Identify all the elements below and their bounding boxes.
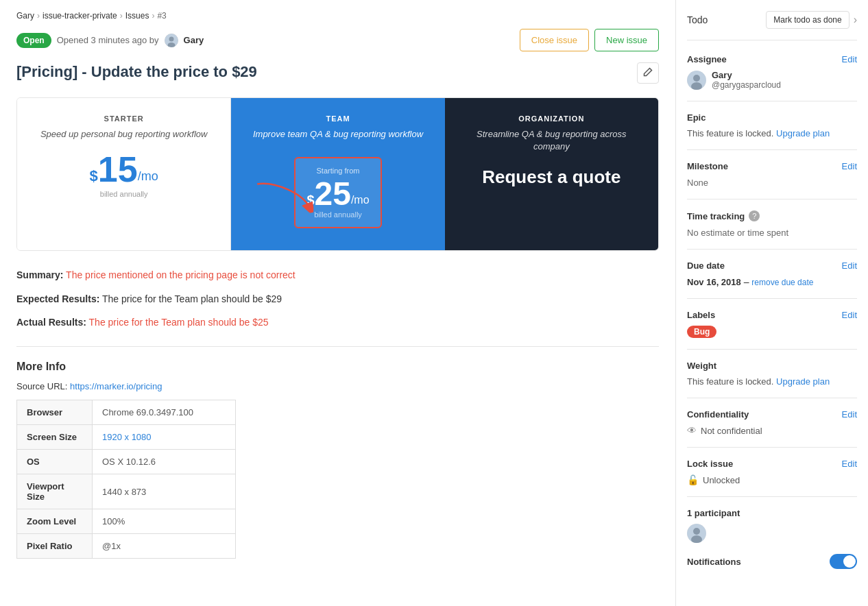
milestone-section: Milestone Edit None xyxy=(687,161,857,199)
table-row: Pixel Ratio@1x xyxy=(17,534,236,559)
due-date-section: Due date Edit Nov 16, 2018 – remove due … xyxy=(687,260,857,299)
breadcrumb-user[interactable]: Gary xyxy=(16,11,34,21)
info-table: BrowserChrome 69.0.3497.100Screen Size19… xyxy=(16,400,236,559)
pricing-team: TEAM Improve team QA & bug reporting wor… xyxy=(231,98,444,250)
epic-locked: This feature is locked. Upgrade plan xyxy=(687,128,857,138)
issue-header: Open Opened 3 minutes ago by Gary Close … xyxy=(16,29,659,51)
lock-issue-value-row: 🔓 Unlocked xyxy=(687,474,857,485)
table-value: Chrome 69.0.3497.100 xyxy=(93,400,236,425)
starter-price: $ 15 /mo xyxy=(31,152,217,187)
pricing-image: STARTER Speed up personal bug reporting … xyxy=(16,97,659,251)
table-value: OS X 10.12.6 xyxy=(93,450,236,474)
table-key: Pixel Ratio xyxy=(17,534,93,559)
table-row: Screen Size1920 x 1080 xyxy=(17,425,236,450)
team-label: TEAM xyxy=(245,114,431,123)
pricing-starter: STARTER Speed up personal bug reporting … xyxy=(17,98,231,250)
milestone-label: Milestone xyxy=(687,161,728,171)
time-tracking-label: Time tracking xyxy=(687,211,745,221)
issue-opened-text: Opened 3 minutes ago by xyxy=(57,35,159,45)
issue-body: Summary: The price mentioned on the pric… xyxy=(16,267,659,330)
author-name: Gary xyxy=(184,35,204,45)
confidentiality-value-row: 👁 Not confidential xyxy=(687,425,857,436)
svg-point-4 xyxy=(693,75,700,82)
labels-label: Labels xyxy=(687,310,715,320)
more-info-title: More Info xyxy=(16,361,659,373)
assignee-handle: @garygasparcloud xyxy=(712,80,781,90)
table-value: 1920 x 1080 xyxy=(93,425,236,450)
assignee-edit-link[interactable]: Edit xyxy=(842,54,857,64)
remove-due-date-link[interactable]: remove due date xyxy=(751,278,813,287)
table-row: Zoom Level100% xyxy=(17,509,236,534)
issue-title: [Pricing] - Update the price to $29 xyxy=(16,62,257,82)
confidentiality-label: Confidentiality xyxy=(687,409,749,420)
svg-point-1 xyxy=(169,36,173,41)
weight-label: Weight xyxy=(687,361,716,371)
table-row: Viewport Size1440 x 873 xyxy=(17,474,236,509)
breadcrumb-issue-num: #3 xyxy=(157,11,166,21)
table-value: 100% xyxy=(93,509,236,534)
notifications-label: Notifications xyxy=(687,557,741,567)
expected-line: Expected Results: The price for the Team… xyxy=(16,291,659,306)
milestone-value: None xyxy=(687,178,708,188)
table-key: Zoom Level xyxy=(17,509,93,534)
assignee-info: Gary @garygasparcloud xyxy=(687,70,857,90)
issue-title-row: [Pricing] - Update the price to $29 xyxy=(16,62,659,84)
more-info-section: More Info Source URL: https://marker.io/… xyxy=(16,361,659,559)
table-value: @1x xyxy=(93,534,236,559)
due-date-label: Due date xyxy=(687,260,725,271)
toggle-check-icon: ✓ xyxy=(849,558,854,566)
time-tracking-info-icon[interactable]: ? xyxy=(749,210,760,221)
table-key: Screen Size xyxy=(17,425,93,450)
org-quote: Request a quote xyxy=(459,167,644,188)
breadcrumb: Gary › issue-tracker-private › Issues › … xyxy=(16,11,659,21)
table-row: BrowserChrome 69.0.3497.100 xyxy=(17,400,236,425)
epic-section: Epic This feature is locked. Upgrade pla… xyxy=(687,112,857,150)
lock-issue-label: Lock issue xyxy=(687,459,733,469)
due-date-edit-link[interactable]: Edit xyxy=(842,260,857,271)
table-value: 1440 x 873 xyxy=(93,474,236,509)
todo-section: Todo Mark todo as done › xyxy=(687,11,857,40)
assignee-name: Gary xyxy=(712,70,781,80)
org-desc: Streamline QA & bug reporting across com… xyxy=(459,128,644,153)
milestone-edit-link[interactable]: Edit xyxy=(842,161,857,171)
assignee-label: Assignee xyxy=(687,54,727,64)
sidebar: Todo Mark todo as done › Assignee Edit xyxy=(676,0,868,606)
team-billed: billed annually xyxy=(306,210,369,219)
weight-section: Weight This feature is locked. Upgrade p… xyxy=(687,361,857,398)
breadcrumb-repo[interactable]: issue-tracker-private xyxy=(43,11,117,21)
epic-upgrade-link[interactable]: Upgrade plan xyxy=(776,128,830,138)
team-desc: Improve team QA & bug reporting workflow xyxy=(245,128,431,141)
table-row: OSOS X 10.12.6 xyxy=(17,450,236,474)
notifications-toggle[interactable]: ✓ xyxy=(830,554,857,569)
participant-avatar xyxy=(687,524,706,543)
table-key: Browser xyxy=(17,400,93,425)
lock-issue-edit-link[interactable]: Edit xyxy=(842,459,857,469)
header-buttons: Close issue New issue xyxy=(520,29,659,51)
org-label: ORGANIZATION xyxy=(459,114,644,123)
issue-meta: Open Opened 3 minutes ago by Gary xyxy=(16,33,204,48)
eye-icon: 👁 xyxy=(687,425,697,436)
lock-icon: 🔓 xyxy=(687,474,699,485)
mark-todo-done-button[interactable]: Mark todo as done xyxy=(766,11,849,29)
close-issue-button[interactable]: Close issue xyxy=(520,29,589,51)
confidentiality-edit-link[interactable]: Edit xyxy=(842,409,857,420)
assignee-section: Assignee Edit Gary @garygasparcloud xyxy=(687,54,857,101)
assignee-avatar xyxy=(687,71,706,90)
status-badge: Open xyxy=(16,33,51,48)
starter-desc: Speed up personal bug reporting workflow xyxy=(31,128,217,141)
source-url-link[interactable]: https://marker.io/pricing xyxy=(70,381,162,391)
starter-billed: billed annually xyxy=(31,190,217,198)
pricing-org: ORGANIZATION Streamline QA & bug reporti… xyxy=(445,98,658,250)
edit-title-button[interactable] xyxy=(637,62,659,84)
participants-label: 1 participant xyxy=(687,508,857,518)
due-date-value: Nov 16, 2018 xyxy=(687,277,741,287)
svg-point-7 xyxy=(693,528,700,535)
breadcrumb-section[interactable]: Issues xyxy=(125,11,149,21)
source-url-row: Source URL: https://marker.io/pricing xyxy=(16,381,659,391)
new-issue-button[interactable]: New issue xyxy=(594,29,659,51)
lock-issue-value: Unlocked xyxy=(703,475,740,485)
labels-edit-link[interactable]: Edit xyxy=(842,310,857,320)
confidentiality-value: Not confidential xyxy=(701,426,762,436)
labels-section: Labels Edit Bug xyxy=(687,310,857,350)
weight-upgrade-link[interactable]: Upgrade plan xyxy=(776,376,830,387)
